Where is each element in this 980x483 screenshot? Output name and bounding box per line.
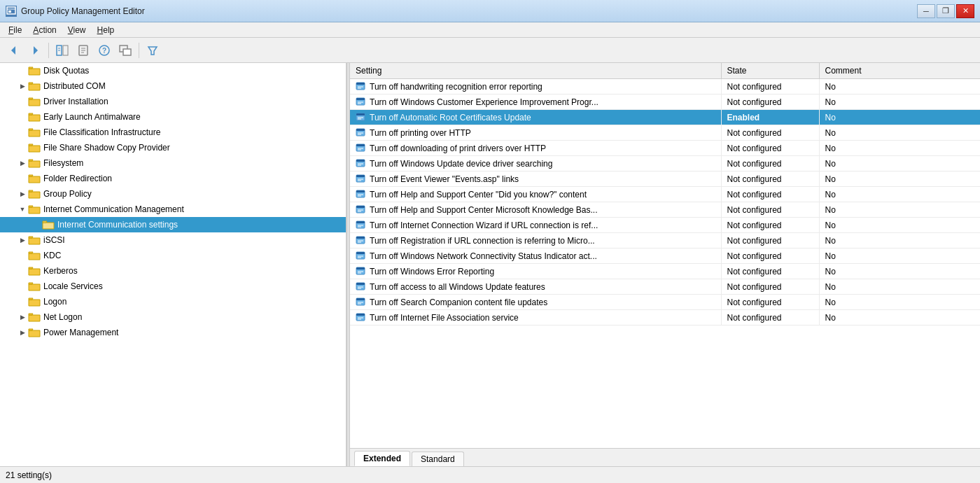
table-row[interactable]: Turn off downloading of print drivers ov… [350, 141, 980, 156]
folder-icon-logon [28, 297, 41, 307]
cell-setting: Turn off Search Companion content file u… [350, 295, 721, 310]
tree-item-internet-comm-settings[interactable]: Internet Communication settings [0, 217, 346, 232]
close-button[interactable]: ✕ [956, 4, 974, 18]
folder-icon-iscsi [28, 235, 41, 245]
title-bar: Group Policy Management Editor ─ ❐ ✕ [0, 0, 980, 22]
tree-item-internet-comm-mgmt[interactable]: ▼ Internet Communication Management [0, 202, 346, 217]
cell-setting: Turn off access to all Windows Update fe… [350, 279, 721, 295]
restore-button[interactable]: ❐ [937, 4, 955, 18]
tree-item-file-share-shadow[interactable]: File Share Shadow Copy Provider [0, 140, 346, 155]
setting-label: Turn off Automatic Root Certificates Upd… [370, 113, 531, 122]
cell-setting: Turn off Windows Customer Experience Imp… [350, 94, 721, 110]
filter-button[interactable] [143, 41, 162, 60]
minimize-button[interactable]: ─ [917, 4, 935, 18]
forward-button[interactable] [25, 41, 45, 60]
table-row[interactable]: Turn off Help and Support Center Microso… [350, 202, 980, 218]
properties-button[interactable] [74, 41, 93, 60]
tab-extended[interactable]: Extended [354, 451, 410, 466]
status-text: 21 setting(s) [6, 470, 52, 480]
tree-item-kerberos[interactable]: Kerberos [0, 263, 346, 279]
tree-label-power-management: Power Management [43, 328, 118, 337]
tree-label-file-classification: File Classification Infrastructure [43, 127, 160, 137]
table-row[interactable]: Turn off printing over HTTPNot configure… [350, 125, 980, 141]
table-row[interactable]: Turn off Internet Connection Wizard if U… [350, 218, 980, 233]
svg-text:?: ? [102, 47, 106, 55]
tree-scroll[interactable]: Disk Quotas▶ Distributed COM Driver Inst… [0, 63, 346, 466]
cell-comment: No [819, 156, 980, 172]
tree-item-kdc[interactable]: KDC [0, 248, 346, 263]
column-header-setting[interactable]: Setting [350, 63, 721, 79]
setting-label: Turn off downloading of print drivers ov… [370, 144, 546, 153]
cell-state: Not configured [721, 141, 819, 156]
expand-icon-group-policy[interactable]: ▶ [17, 188, 28, 200]
tree-item-power-management[interactable]: ▶ Power Management [0, 325, 346, 340]
menu-file[interactable]: File [3, 24, 27, 36]
settings-table[interactable]: Setting State Comment Turn off handwriti… [350, 63, 980, 448]
table-row[interactable]: Turn off Windows Error ReportingNot conf… [350, 264, 980, 279]
folder-icon-net-logon [28, 312, 41, 322]
column-header-state[interactable]: State [721, 63, 819, 79]
cell-comment: No [819, 218, 980, 233]
menu-help[interactable]: Help [92, 24, 120, 36]
table-row[interactable]: Turn off Registration if URL connection … [350, 233, 980, 248]
expand-icon-distributed-com[interactable]: ▶ [17, 80, 28, 92]
tree-item-group-policy[interactable]: ▶ Group Policy [0, 186, 346, 202]
svg-rect-39 [356, 160, 365, 162]
expand-icon-internet-comm-mgmt[interactable]: ▼ [17, 204, 28, 215]
tree-item-logon[interactable]: Logon [0, 294, 346, 309]
tree-item-folder-redirection[interactable]: Folder Redirection [0, 171, 346, 186]
setting-label: Turn off Internet Connection Wizard if U… [370, 220, 598, 230]
tree-item-net-logon[interactable]: ▶ Net Logon [0, 309, 346, 325]
table-row[interactable]: Turn off Internet File Association servi… [350, 310, 980, 326]
tab-standard[interactable]: Standard [412, 451, 464, 466]
tree-label-early-launch: Early Launch Antimalware [43, 112, 141, 122]
folder-icon-internet-comm-mgmt [28, 204, 41, 214]
table-row[interactable]: Turn off handwriting recognition error r… [350, 79, 980, 94]
menu-view[interactable]: View [62, 24, 92, 36]
table-row[interactable]: Turn off Automatic Root Certificates Upd… [350, 110, 980, 125]
tree-item-disk-quotas[interactable]: Disk Quotas [0, 63, 346, 78]
back-button[interactable] [4, 41, 24, 60]
new-window-button[interactable] [115, 41, 135, 60]
folder-icon-disk-quotas [28, 66, 41, 76]
cell-state: Not configured [721, 172, 819, 187]
svg-rect-35 [356, 144, 365, 146]
tree-item-early-launch[interactable]: Early Launch Antimalware [0, 109, 346, 125]
tree-item-locale-services[interactable]: Locale Services [0, 279, 346, 294]
table-row[interactable]: Turn off Windows Network Connectivity St… [350, 248, 980, 264]
expand-icon-filesystem[interactable]: ▶ [17, 158, 28, 169]
show-tree-button[interactable] [52, 41, 72, 60]
expand-icon-iscsi[interactable]: ▶ [17, 234, 28, 246]
cell-comment: No [819, 110, 980, 125]
setting-label: Turn off access to all Windows Update fe… [370, 282, 545, 292]
cell-setting: Turn off Internet File Association servi… [350, 310, 721, 326]
toolbar: ? [0, 38, 980, 63]
table-row[interactable]: Turn off Windows Customer Experience Imp… [350, 94, 980, 110]
expand-icon-power-management[interactable]: ▶ [17, 327, 28, 338]
status-bar: 21 setting(s) [0, 466, 980, 483]
table-row[interactable]: Turn off Windows Update device driver se… [350, 156, 980, 172]
policy-icon [356, 144, 365, 153]
cell-comment: No [819, 141, 980, 156]
tree-item-driver-installation[interactable]: Driver Installation [0, 94, 346, 109]
tree-label-file-share-shadow: File Share Shadow Copy Provider [43, 143, 170, 153]
table-row[interactable]: Turn off Event Viewer "Events.asp" links… [350, 172, 980, 187]
table-row[interactable]: Turn off Help and Support Center "Did yo… [350, 187, 980, 202]
policy-icon [356, 113, 365, 122]
help-button[interactable]: ? [94, 41, 114, 60]
setting-label: Turn off Windows Update device driver se… [370, 159, 552, 169]
tree-item-iscsi[interactable]: ▶ iSCSI [0, 232, 346, 248]
column-header-comment[interactable]: Comment [819, 63, 980, 79]
tree-item-distributed-com[interactable]: ▶ Distributed COM [0, 78, 346, 94]
folder-icon-group-policy [28, 189, 41, 199]
tree-item-file-classification[interactable]: File Classification Infrastructure [0, 125, 346, 140]
svg-rect-43 [356, 175, 365, 177]
tree-item-filesystem[interactable]: ▶ Filesystem [0, 155, 346, 171]
table-row[interactable]: Turn off access to all Windows Update fe… [350, 279, 980, 295]
svg-rect-55 [356, 221, 365, 223]
policy-icon [356, 82, 365, 92]
folder-icon-filesystem [28, 158, 41, 168]
menu-action[interactable]: Action [27, 24, 62, 36]
expand-icon-net-logon[interactable]: ▶ [17, 312, 28, 323]
table-row[interactable]: Turn off Search Companion content file u… [350, 295, 980, 310]
